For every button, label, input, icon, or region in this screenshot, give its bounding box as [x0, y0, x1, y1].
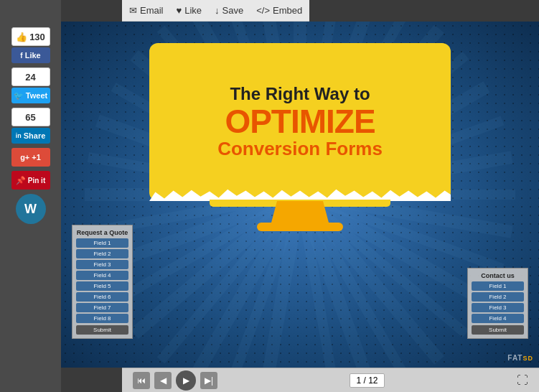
like-label: Like	[184, 5, 202, 16]
embed-icon: </>	[256, 5, 270, 16]
gplus-icon: g+	[20, 153, 29, 162]
monitor-stand	[271, 201, 329, 223]
next-button[interactable]: ▶|	[200, 372, 217, 389]
form-field-r4: Field 4	[472, 314, 524, 323]
slide-title-1: The Right Way to	[230, 84, 370, 105]
form-field-l6: Field 6	[76, 292, 128, 302]
linkedin-share-button[interactable]: in Share	[11, 128, 50, 144]
heart-icon: ♥	[177, 5, 182, 16]
form-field-l2: Field 2	[76, 249, 128, 258]
page-indicator: 1 / 12	[350, 373, 384, 388]
wordpress-block: W	[16, 194, 46, 224]
facebook-like-button[interactable]: f Like	[11, 47, 50, 63]
save-button[interactable]: ↓ Save	[215, 5, 243, 16]
form-field-r1: Field 1	[472, 281, 524, 291]
twitter-tweet-button[interactable]: 🐦 Tweet	[11, 88, 50, 103]
bottom-controls: ⏮ ◀ ▶ ▶| 1 / 12 ⛶	[122, 368, 539, 392]
linkedin-icon: in	[16, 132, 22, 139]
thumbs-up-icon: 👍	[16, 32, 27, 42]
form-right-submit[interactable]: Submit	[472, 325, 524, 335]
like-button[interactable]: ♥ Like	[177, 5, 202, 16]
form-field-l3: Field 3	[76, 260, 128, 269]
twitter-block: 24 🐦 Tweet	[11, 67, 50, 103]
email-icon: ✉	[129, 5, 137, 16]
gplus-block: g+ +1	[11, 148, 50, 167]
share-count: 65	[11, 108, 50, 126]
save-icon: ↓	[215, 5, 220, 16]
email-button[interactable]: ✉ Email	[129, 5, 164, 16]
pin-icon: 📌	[16, 176, 26, 185]
wordpress-button[interactable]: W	[16, 194, 46, 224]
form-field-r2: Field 2	[472, 292, 524, 302]
form-field-l5: Field 5	[76, 281, 128, 291]
like-count: 👍 130	[11, 27, 50, 46]
embed-button[interactable]: </> Embed	[256, 5, 302, 16]
embed-label: Embed	[273, 5, 302, 16]
social-sidebar: 👍 130 f Like 24 🐦 Tweet 65 in	[0, 22, 61, 368]
facebook-block: 👍 130 f Like	[11, 27, 50, 63]
form-field-r3: Field 3	[472, 303, 524, 312]
form-field-l1: Field 1	[76, 238, 128, 248]
form-field-l4: Field 4	[76, 271, 128, 280]
fullscreen-button[interactable]: ⛶	[517, 374, 528, 387]
monitor-base	[257, 223, 343, 231]
email-label: Email	[140, 5, 164, 16]
linkedin-block: 65 in Share	[11, 108, 50, 144]
form-panel-right: Contact us Field 1 Field 2 Field 3 Field…	[467, 268, 528, 339]
form-field-l8: Field 8	[76, 314, 128, 323]
twitter-icon: 🐦	[14, 91, 24, 101]
toolbar: ✉ Email ♥ Like ↓ Save </> Embed	[122, 0, 309, 22]
pinterest-block: 📌 Pin it	[11, 171, 50, 190]
page-current: 1	[356, 375, 361, 386]
watermark: FATSD	[507, 354, 533, 362]
slide-area: The Right Way to OPTIMIZE Conversion For…	[61, 22, 539, 368]
monitor-screen: The Right Way to OPTIMIZE Conversion For…	[149, 43, 451, 201]
form-panel-left: Request a Quote Field 1 Field 2 Field 3 …	[72, 225, 133, 339]
fb-icon: f	[20, 52, 22, 60]
torn-paper-effect	[149, 188, 451, 201]
skip-back-button[interactable]: ⏮	[133, 372, 150, 389]
monitor-graphic: The Right Way to OPTIMIZE Conversion For…	[149, 43, 451, 231]
form-left-title: Request a Quote	[76, 229, 128, 236]
slide-title-3: Conversion Forms	[217, 138, 383, 160]
page-total: 12	[368, 375, 378, 386]
save-label: Save	[222, 5, 244, 16]
prev-button[interactable]: ◀	[154, 372, 172, 389]
play-button[interactable]: ▶	[176, 370, 196, 391]
slide-title-2: OPTIMIZE	[225, 105, 375, 138]
form-field-l7: Field 7	[76, 303, 128, 312]
tweet-count: 24	[11, 67, 50, 86]
form-right-title: Contact us	[472, 272, 524, 279]
pinterest-button[interactable]: 📌 Pin it	[11, 171, 50, 190]
gplus-button[interactable]: g+ +1	[11, 148, 50, 167]
playback-controls: ⏮ ◀ ▶ ▶|	[133, 370, 217, 391]
form-left-submit[interactable]: Submit	[76, 325, 128, 335]
